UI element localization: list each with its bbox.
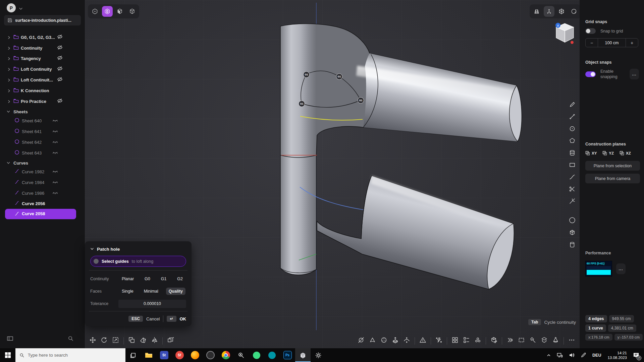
sheets-group-header[interactable]: Sheets (0, 107, 85, 117)
body-mode-button[interactable] (127, 6, 138, 17)
visibility-off-icon[interactable] (57, 45, 63, 52)
continuity-badge[interactable]: G1 (358, 97, 364, 104)
search-app-icon[interactable] (233, 348, 249, 362)
language-indicator[interactable]: DEU (589, 348, 604, 362)
taskbar-search[interactable] (15, 348, 125, 362)
snap-to-grid-toggle[interactable] (585, 28, 596, 34)
curve-item[interactable]: Curve 1982 (0, 167, 85, 177)
hidden-eye-icon[interactable] (52, 190, 58, 196)
chevron-down-icon[interactable] (19, 6, 23, 12)
light-cone-icon[interactable] (552, 337, 559, 345)
start-button[interactable] (0, 348, 15, 362)
visibility-off-icon[interactable] (57, 98, 63, 105)
hidden-eye-icon[interactable] (52, 180, 58, 186)
cut-icon[interactable] (140, 337, 147, 345)
sidebar-folder[interactable]: G0, G1, G2, G3... (0, 32, 85, 43)
plane-yz-button[interactable]: YZ (602, 151, 614, 156)
sidebar-folder[interactable]: Continuity (0, 43, 85, 53)
pen-icon[interactable] (578, 348, 589, 362)
continuity-option-g0[interactable]: G0 (142, 275, 153, 283)
duplicate-icon[interactable] (167, 337, 174, 345)
sheet-item[interactable]: Sheet 643 (0, 148, 85, 158)
search-input[interactable] (28, 353, 121, 358)
layout-grid-icon[interactable] (451, 337, 459, 345)
chevron-right-icon[interactable] (7, 66, 11, 72)
clock[interactable]: 14:21 13.08.2023 (604, 348, 630, 362)
scissors-tool-icon[interactable] (569, 186, 576, 194)
move-icon[interactable] (89, 337, 96, 345)
curve-item[interactable]: Curve 1986 (0, 188, 85, 198)
mirror-icon[interactable] (151, 337, 158, 345)
select-guides-button[interactable]: Select guides to loft along (90, 256, 186, 267)
grid-size-value[interactable]: 100 cm (598, 39, 626, 47)
sidebar-folder[interactable]: Loft Continuity (0, 64, 85, 74)
rotate-icon[interactable] (101, 337, 108, 345)
sidebar-folder[interactable]: Loft Continuit... (0, 75, 85, 85)
chevron-right-icon[interactable] (7, 45, 11, 51)
visibility-off-icon[interactable] (57, 66, 63, 73)
spline-tool-icon[interactable] (569, 174, 576, 182)
curve-item-selected[interactable]: Curve 2058 (5, 209, 76, 219)
circle-tool-icon[interactable] (569, 125, 576, 133)
hidden-eye-icon[interactable] (52, 139, 58, 145)
axis-x-dot[interactable] (571, 41, 574, 44)
matcap-button[interactable] (569, 6, 579, 17)
sphere-points-icon[interactable] (380, 337, 387, 345)
continuity-badge[interactable]: G1 (336, 73, 342, 80)
visibility-chevrons-icon[interactable] (506, 337, 514, 345)
hidden-eye-icon[interactable] (52, 118, 58, 124)
notification-center-icon[interactable]: 7 (630, 348, 644, 362)
wireframe-button[interactable] (556, 6, 567, 17)
boolean-union-icon[interactable] (128, 337, 135, 345)
edit-box-icon[interactable] (490, 337, 497, 345)
snapping-more-button[interactable]: ... (630, 69, 639, 79)
browser-firefox-icon[interactable] (187, 348, 203, 362)
axis-z-badge[interactable]: z (555, 23, 560, 28)
visibility-off-icon[interactable] (57, 34, 63, 41)
visibility-off-icon[interactable] (57, 55, 63, 62)
taskbar-app-icon[interactable]: Sf (172, 348, 187, 362)
decrease-button[interactable]: − (586, 39, 598, 47)
pencil-tool-icon[interactable] (569, 101, 576, 109)
scale-icon[interactable] (112, 337, 119, 345)
plane-xz-button[interactable]: XZ (620, 151, 631, 156)
chevron-right-icon[interactable] (7, 99, 11, 105)
sheet-item[interactable]: Sheet 642 (0, 137, 85, 147)
sidebar-folder[interactable]: Tangency (0, 53, 85, 64)
enable-snapping-toggle[interactable] (585, 71, 596, 77)
chevron-right-icon[interactable] (7, 35, 11, 41)
box-tool-icon[interactable] (569, 229, 576, 237)
sheet-item[interactable]: Sheet 640 (0, 116, 85, 126)
chevron-down-icon[interactable] (90, 246, 94, 252)
marquee-select-icon[interactable] (518, 337, 525, 345)
sidebar-folder[interactable]: K Connection (0, 85, 85, 96)
chevron-right-icon[interactable] (7, 77, 11, 83)
grid-display-button[interactable] (531, 6, 542, 17)
chevron-right-icon[interactable] (7, 56, 11, 62)
sphere-tool-icon[interactable] (569, 217, 576, 225)
fillet-icon[interactable] (369, 337, 376, 345)
line-tool-icon[interactable] (569, 113, 576, 121)
continuity-option-planar[interactable]: Planar (119, 275, 137, 283)
volume-icon[interactable] (566, 348, 578, 362)
continuity-option-g2[interactable]: G2 (174, 275, 185, 283)
offset-icon[interactable] (403, 337, 410, 345)
network-icon[interactable] (554, 348, 566, 362)
sidebar-folder[interactable]: Pro Practice (0, 96, 85, 107)
sheet-item[interactable]: Sheet 641 (0, 126, 85, 137)
outliner-icon[interactable] (463, 337, 470, 345)
browser-chrome-icon[interactable] (218, 348, 233, 362)
isoparam-icon[interactable] (358, 337, 365, 345)
trim-tool-icon[interactable] (569, 198, 576, 206)
continuity-badge[interactable]: G1 (299, 101, 305, 107)
hidden-eye-icon[interactable] (52, 169, 58, 175)
performance-more-button[interactable]: ... (616, 263, 626, 274)
taskbar-app-icon[interactable]: St (156, 348, 172, 362)
photoshop-icon[interactable]: Ps (280, 348, 295, 362)
hidden-eye-icon[interactable] (52, 150, 58, 156)
curve-item[interactable]: Curve 1984 (0, 177, 85, 188)
file-item[interactable]: surface-introduction.plasti... (4, 15, 81, 25)
tolerance-input[interactable] (118, 300, 186, 308)
tray-chevron-up-icon[interactable] (544, 348, 554, 362)
polygon-tool-icon[interactable] (569, 137, 576, 145)
